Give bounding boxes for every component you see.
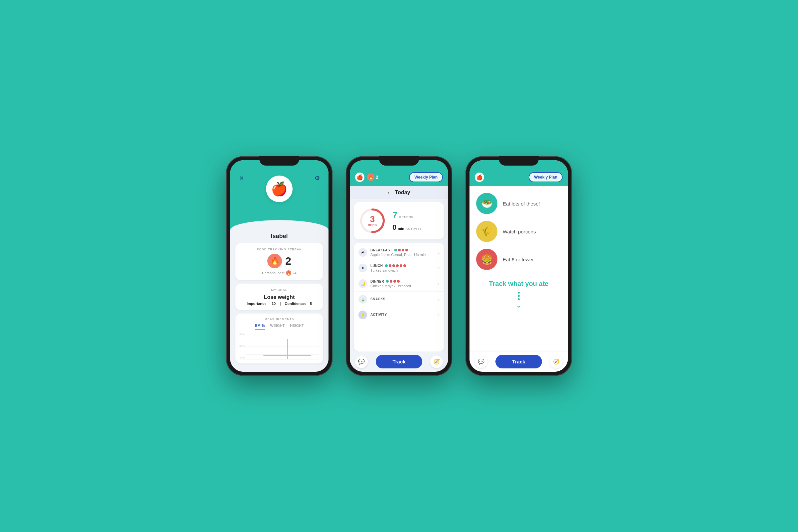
- chart-vertical-line: [287, 339, 288, 359]
- notch-1: [259, 156, 299, 166]
- snacks-arrow: ›: [438, 297, 440, 302]
- breakfast-arrow: ›: [438, 250, 440, 255]
- phone-1: ✕ ⚙ 🍎 Isabel FOOD TRACKING STREAK 🔥: [226, 156, 332, 376]
- settings-button[interactable]: ⚙: [312, 174, 322, 183]
- greens-stat: 7 GREENS: [392, 210, 422, 221]
- phone3-apple-icon: 🍎: [475, 173, 484, 182]
- goal-card: MY GOAL Lose weight Importance: 10 | Con…: [235, 284, 323, 310]
- personal-best-label: Personal best: [262, 271, 284, 275]
- snacks-name: SNACKS: [370, 297, 385, 301]
- today-nav: ‹ Today: [350, 186, 448, 199]
- goal-meta: Importance: 10 | Confidence: 5: [240, 302, 319, 306]
- chart-label-80: 80%: [240, 333, 245, 336]
- phone2-header-left: 🍎 🔥 2: [355, 173, 378, 182]
- dinner-name: DINNER: [370, 280, 384, 283]
- track-cta: Track what you ate ⌄: [476, 280, 561, 309]
- meal-item-snacks[interactable]: 🍃 SNACKS ›: [354, 291, 444, 307]
- tab-weight[interactable]: WEIGHT: [270, 324, 285, 329]
- tab-bmi[interactable]: BMI%: [255, 324, 265, 329]
- chat-button[interactable]: 💬: [355, 356, 368, 368]
- red-text: Eat 6 or fewer: [503, 257, 534, 262]
- streak-card: FOOD TRACKING STREAK 🔥 2 Personal best 🔥…: [235, 243, 323, 280]
- yellow-emoji: 🌾: [481, 226, 493, 237]
- back-arrow[interactable]: ‹: [388, 190, 390, 195]
- measurements-label: MEASUREMENTS: [240, 318, 319, 321]
- confidence-label: Confidence:: [285, 302, 306, 306]
- reds-circle: 3 REDS: [359, 208, 386, 234]
- chart-label-40: 40%: [240, 356, 245, 359]
- dot: [400, 264, 402, 267]
- dot: [398, 249, 401, 251]
- wave-divider: [230, 220, 328, 230]
- activity-number: 0: [392, 223, 396, 232]
- meal-item-activity[interactable]: ⚡ ACTIVITY ›: [354, 307, 444, 323]
- meal-item-breakfast[interactable]: ☀ BREAKFAST Apple: [354, 245, 444, 260]
- fire-small-icon: 🔥: [286, 270, 291, 276]
- reds-label: REDS: [368, 224, 377, 227]
- dinner-foods: Chicken teriyaki, broccoli: [370, 284, 438, 288]
- lunch-dots: [385, 264, 406, 267]
- activity-stat: 0 min ACTIVITY: [392, 223, 422, 232]
- dinner-arrow: ›: [438, 281, 440, 286]
- chart-yellow-line: [263, 355, 311, 356]
- tab-height[interactable]: HEIGHT: [290, 324, 304, 329]
- breakfast-name-row: BREAKFAST: [370, 248, 438, 252]
- dot: [385, 264, 388, 267]
- personal-best-value: 24: [292, 271, 297, 275]
- breakfast-dots: [394, 249, 408, 251]
- lunch-name-row: LUNCH: [370, 264, 438, 268]
- lunch-arrow: ›: [438, 265, 440, 271]
- lunch-info: LUNCH Turkey sandwich: [370, 264, 438, 272]
- phone3-track-button[interactable]: Track: [495, 355, 542, 368]
- notch-3: [499, 156, 539, 166]
- close-button[interactable]: ✕: [237, 174, 246, 183]
- category-red: 🍔 Eat 6 or fewer: [476, 249, 561, 270]
- activity-info: ACTIVITY: [370, 313, 438, 317]
- fire-emoji: 🔥: [270, 257, 279, 265]
- phone3-compass-button[interactable]: 🧭: [550, 356, 563, 368]
- activity-name: ACTIVITY: [370, 313, 387, 317]
- dot: [393, 280, 396, 283]
- snacks-name-row: SNACKS: [370, 297, 438, 301]
- dinner-icon: 🌙: [358, 279, 367, 288]
- activity-unit: min: [398, 226, 404, 230]
- phone1-header: ✕ ⚙ 🍎: [230, 160, 328, 220]
- breakfast-name: BREAKFAST: [370, 248, 392, 252]
- lunch-foods: Turkey sandwich: [370, 268, 438, 272]
- red-emoji: 🍔: [481, 254, 493, 265]
- category-yellow: 🌾 Watch portions: [476, 221, 561, 242]
- track-button[interactable]: Track: [376, 355, 422, 368]
- reds-inner: 3 REDS: [368, 215, 377, 227]
- meal-item-lunch[interactable]: ☀ LUNCH: [354, 260, 444, 276]
- meal-item-dinner[interactable]: 🌙 DINNER Chicken: [354, 276, 444, 291]
- phone1-header-icons: ✕ ⚙: [230, 174, 328, 183]
- track-cta-text: Track what you ate: [476, 280, 561, 288]
- dot: [389, 264, 391, 267]
- phone3-weekly-plan-button[interactable]: Weekly Plan: [529, 172, 563, 182]
- chart-label-60: 60%: [240, 344, 245, 347]
- dot: [405, 249, 408, 251]
- phone3-bottom: 💬 Track 🧭: [470, 351, 568, 372]
- dot: [394, 249, 397, 251]
- lunch-icon: ☀: [358, 264, 367, 272]
- personal-best: Personal best 🔥 24: [240, 270, 319, 276]
- phone-2: 🍎 🔥 2 Weekly Plan ‹ Today: [346, 156, 452, 376]
- phone3-chat-button[interactable]: 💬: [475, 356, 488, 368]
- streak-badge: 🔥 2: [367, 174, 378, 181]
- dinner-name-row: DINNER: [370, 280, 438, 283]
- dot: [392, 264, 395, 267]
- greens-label: GREENS: [399, 215, 414, 219]
- activity-arrow: ›: [438, 312, 440, 318]
- category-greens: 🥗 Eat lots of these!: [476, 193, 561, 214]
- dot: [390, 280, 392, 283]
- reds-number: 3: [368, 215, 377, 224]
- phone1-screen: ✕ ⚙ 🍎 Isabel FOOD TRACKING STREAK 🔥: [230, 160, 328, 372]
- stats-right: 7 GREENS 0 min ACTIVITY: [392, 210, 422, 232]
- phone2-screen: 🍎 🔥 2 Weekly Plan ‹ Today: [350, 160, 448, 372]
- compass-button[interactable]: 🧭: [430, 356, 443, 368]
- h-line-1: [246, 338, 319, 338]
- streak-number: 2: [285, 255, 291, 267]
- chart-area: 80% 60% 40%: [240, 333, 319, 359]
- greens-text: Eat lots of these!: [503, 201, 540, 207]
- weekly-plan-button[interactable]: Weekly Plan: [409, 172, 443, 182]
